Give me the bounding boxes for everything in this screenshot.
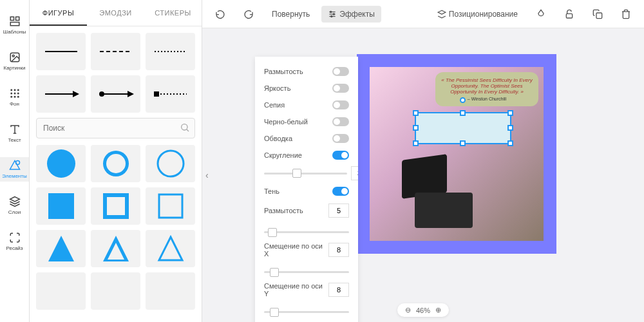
delete-button[interactable]	[614, 5, 638, 23]
canvas[interactable]: ‹ « The Pessimist Sees Difficulty In Eve…	[202, 28, 644, 322]
shape-line-dotted[interactable]	[146, 33, 195, 70]
svg-rect-25	[154, 91, 159, 97]
fx-shadow-blur-value[interactable]	[328, 204, 349, 218]
svg-rect-0	[10, 17, 14, 20]
shape-circle-ring[interactable]	[91, 145, 140, 182]
lock-button[interactable]	[558, 5, 581, 23]
fx-blur-toggle[interactable]	[332, 67, 349, 76]
shape-square-ring[interactable]	[91, 187, 140, 225]
resize-handle-br[interactable]	[507, 140, 513, 146]
svg-point-10	[17, 93, 19, 95]
svg-marker-21	[73, 91, 79, 97]
shape-arrow[interactable]	[36, 75, 86, 113]
tab-emoji[interactable]: ЭМОДЗИ	[87, 0, 144, 26]
svg-rect-1	[15, 17, 19, 20]
effects-panel: Размытость Яркость Сепия Черно-белый Обв…	[255, 57, 358, 322]
shape-line-solid[interactable]	[36, 33, 86, 70]
resize-handle-tr[interactable]	[507, 110, 513, 116]
zoom-in-button[interactable]: ⊕	[435, 306, 441, 314]
shapes-list[interactable]	[30, 26, 202, 322]
svg-point-32	[158, 151, 184, 176]
rail-templates[interactable]: Шаблоны	[0, 13, 29, 37]
fx-rounding-toggle[interactable]	[332, 151, 349, 160]
shape-square-outline[interactable]	[146, 187, 195, 225]
rail-background[interactable]: Фон	[0, 85, 29, 109]
fx-offset-y-label: Смещение по оси Y	[264, 282, 328, 298]
rail-label: Текст	[8, 137, 21, 143]
svg-rect-48	[566, 14, 572, 18]
fx-rounding-value[interactable]	[351, 166, 358, 180]
resize-handle-tl[interactable]	[413, 110, 419, 116]
droplet-icon	[536, 9, 546, 19]
undo-button[interactable]	[209, 5, 232, 23]
shape-triangle-ring[interactable]	[91, 230, 140, 267]
fx-brightness-label: Яркость	[264, 84, 290, 92]
layers-icon	[437, 10, 446, 19]
rail-layers[interactable]: Слои	[0, 193, 29, 218]
fx-brightness-toggle[interactable]	[332, 84, 349, 93]
rotate-button[interactable]: Повернуть	[265, 6, 316, 23]
resize-handle-mr[interactable]	[507, 125, 513, 131]
resize-handle-bm[interactable]	[460, 140, 466, 146]
rail-text[interactable]: Текст	[0, 121, 29, 146]
fx-sepia-toggle[interactable]	[332, 100, 349, 109]
shape-line-dot-arrow[interactable]	[91, 75, 140, 113]
svg-point-31	[106, 154, 126, 173]
fx-offset-x-value[interactable]	[328, 243, 349, 257]
shape-more-2[interactable]	[91, 272, 140, 310]
resize-handle-ml[interactable]	[413, 125, 419, 131]
resize-handle-tm[interactable]	[460, 110, 466, 116]
shape-circle-outline[interactable]	[146, 145, 195, 182]
zoom-out-button[interactable]: ⊖	[405, 306, 411, 314]
shape-square-filled[interactable]	[36, 187, 86, 225]
redo-button[interactable]	[237, 5, 260, 23]
fx-shadow-toggle[interactable]	[332, 187, 349, 196]
svg-point-7	[17, 89, 19, 91]
rail-images[interactable]: Картинки	[0, 49, 29, 73]
position-button[interactable]: Позиционирование	[431, 6, 524, 23]
svg-point-13	[17, 96, 19, 98]
rail-elements[interactable]: Элементы	[0, 157, 29, 182]
fx-shadow-blur-slider[interactable]	[264, 231, 349, 233]
line-dot-arrow-icon	[97, 88, 135, 100]
tab-stickers[interactable]: СТИКЕРЫ	[144, 0, 202, 26]
design-frame[interactable]: « The Pessimist Sees Difficulty In Every…	[357, 54, 556, 254]
resize-handle-bl[interactable]	[413, 140, 419, 146]
shape-line-dashed[interactable]	[91, 33, 140, 70]
fx-offset-x-label: Смещение по оси X	[264, 242, 328, 258]
svg-point-45	[333, 13, 334, 14]
shape-triangle-outline[interactable]	[146, 230, 195, 267]
fx-rounding-slider[interactable]	[264, 173, 347, 175]
design-background: « The Pessimist Sees Difficulty In Every…	[370, 67, 544, 241]
svg-marker-47	[438, 10, 446, 14]
panel-collapse-button[interactable]: ‹	[205, 170, 209, 180]
shape-line-square-dotted[interactable]	[146, 75, 195, 113]
left-rail: Шаблоны Картинки Фон Текст Элементы Слои…	[0, 0, 30, 322]
rotate-handle[interactable]	[460, 97, 466, 103]
shape-triangle-filled[interactable]	[36, 230, 86, 267]
background-icon	[9, 88, 21, 99]
svg-point-11	[10, 96, 12, 98]
selected-element[interactable]	[415, 112, 511, 144]
svg-marker-16	[10, 197, 19, 202]
shape-circle-filled[interactable]	[36, 145, 86, 182]
shape-more-1[interactable]	[36, 272, 86, 310]
svg-point-27	[182, 124, 187, 130]
line-dotted-icon	[151, 45, 190, 58]
effects-button[interactable]: Эффекты	[321, 6, 381, 23]
rail-resize[interactable]: Ресайз	[0, 229, 29, 254]
fx-offset-x-slider[interactable]	[264, 271, 349, 273]
duplicate-button[interactable]	[586, 5, 609, 23]
shape-more-3[interactable]	[146, 272, 195, 310]
fx-offset-y-slider[interactable]	[264, 311, 349, 313]
svg-line-28	[187, 129, 189, 131]
fx-offset-y-value[interactable]	[328, 283, 349, 297]
opacity-button[interactable]	[529, 5, 553, 23]
fx-bw-toggle[interactable]	[332, 117, 349, 126]
quote-box[interactable]: « The Pessimist Sees Difficulty In Every…	[435, 72, 538, 106]
fx-stroke-toggle[interactable]	[332, 134, 349, 143]
triangle-filled-icon	[45, 232, 77, 265]
search-input[interactable]	[36, 118, 195, 138]
rail-label: Слои	[8, 209, 21, 215]
tab-shapes[interactable]: ФИГУРЫ	[30, 0, 87, 26]
